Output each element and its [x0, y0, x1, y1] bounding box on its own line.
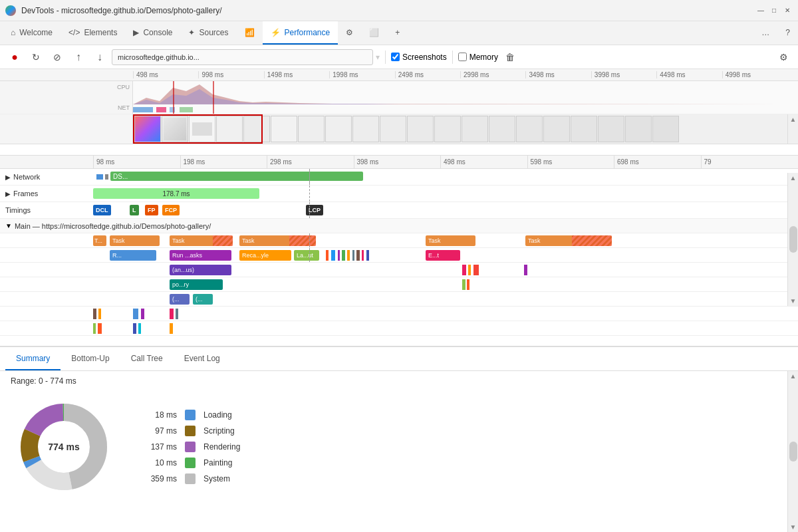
tab-call-tree[interactable]: Call Tree: [120, 347, 174, 370]
ruler-mark-5: 2998 ms: [460, 71, 525, 78]
tab-sources[interactable]: ✦ Sources: [180, 21, 236, 45]
tab-elements[interactable]: </> Elements: [61, 21, 125, 45]
bottom-scrollbar[interactable]: ▲ ▼: [787, 371, 798, 532]
thumb-3[interactable]: [216, 116, 243, 142]
frames-label: Frames: [13, 190, 38, 198]
toolbar-separator: [385, 51, 386, 64]
thumb-18[interactable]: [625, 116, 652, 142]
performance-icon: ⚡: [271, 28, 281, 37]
bottom-scroll-thumb[interactable]: [789, 442, 797, 462]
scroll-up-icon[interactable]: ▲: [790, 174, 797, 182]
svg-rect-3: [156, 107, 166, 112]
export-button[interactable]: ↓: [90, 48, 109, 66]
sub-event[interactable]: E...t: [426, 250, 460, 261]
tab-summary[interactable]: Summary: [5, 347, 61, 370]
main-thread-expand-icon[interactable]: ▼: [5, 222, 12, 229]
bottom-scroll-down-icon[interactable]: ▼: [790, 523, 797, 531]
row5-bar5: [176, 309, 178, 319]
sub-small-5: [352, 250, 354, 261]
frames-bar: 178.7 ms: [93, 188, 259, 199]
refresh-button[interactable]: ↻: [27, 48, 45, 66]
frames-track-content: 178.7 ms: [93, 186, 798, 201]
url-input[interactable]: [112, 49, 373, 65]
detail-mark-1: 198 ms: [180, 156, 267, 169]
clear-button[interactable]: ⊘: [48, 48, 66, 66]
tab-console[interactable]: ▶ Console: [125, 21, 180, 45]
net-bar-ds: DS...: [110, 172, 363, 181]
maximize-button[interactable]: □: [769, 5, 779, 16]
tab-display-icon[interactable]: ⬜: [361, 21, 387, 45]
tab-help[interactable]: ?: [777, 21, 798, 45]
donut-chart: 774 ms: [11, 394, 117, 500]
net-label: NET: [118, 104, 130, 111]
tab-add[interactable]: +: [387, 21, 408, 45]
task-2-long[interactable]: Task: [170, 235, 233, 246]
timeline-scrollbar[interactable]: ▲ ▼: [787, 173, 798, 306]
sub-recalc[interactable]: Reca...yle: [239, 250, 291, 261]
painting-value: 10 ms: [144, 458, 177, 467]
thumb-6[interactable]: [298, 116, 325, 142]
sub-layout[interactable]: La...ut: [294, 250, 319, 261]
sub-pory[interactable]: po...ry: [170, 279, 223, 290]
task-3-long[interactable]: Task: [239, 235, 316, 246]
task-t[interactable]: T...: [93, 235, 106, 246]
tab-elements-label: Elements: [84, 28, 117, 37]
thumb-19[interactable]: [652, 116, 679, 142]
sub-run[interactable]: Run ...asks: [170, 250, 231, 261]
thumb-16[interactable]: [571, 116, 597, 142]
screenshots-checkbox[interactable]: [391, 53, 400, 61]
thumb-14[interactable]: [516, 116, 543, 142]
close-button[interactable]: ✕: [782, 5, 793, 16]
scripting-value: 97 ms: [144, 426, 177, 436]
import-button[interactable]: ↑: [69, 48, 88, 66]
tab-performance[interactable]: ⚡ Performance: [263, 21, 338, 45]
thumb-11[interactable]: [434, 116, 461, 142]
thumb-17[interactable]: [598, 116, 624, 142]
rendering-label: Rendering: [203, 442, 240, 452]
thumb-2[interactable]: [189, 116, 215, 142]
sub-anon-us[interactable]: (an...us): [170, 265, 231, 275]
main-thread-row-1: R... Run ...asks Reca...yle La...ut E...…: [0, 248, 798, 263]
thumb-12[interactable]: [462, 116, 488, 142]
frames-expand-icon[interactable]: ▶: [5, 190, 11, 198]
network-expand-icon[interactable]: ▶: [5, 174, 11, 181]
scrollbar-right-overview[interactable]: ▲: [787, 114, 798, 144]
console-icon: ▶: [133, 28, 139, 37]
task-1[interactable]: Task: [110, 235, 160, 246]
main-thread-row-4: (... (...: [0, 292, 798, 307]
record-button[interactable]: ●: [5, 48, 24, 66]
thumb-9[interactable]: [380, 116, 406, 142]
row6-bar2: [133, 323, 136, 334]
thumb-8[interactable]: [352, 116, 379, 142]
tab-welcome[interactable]: ⌂ Welcome: [3, 21, 61, 45]
bottom-scroll-up-icon[interactable]: ▲: [790, 372, 797, 380]
tab-settings-icon[interactable]: ⚙: [338, 21, 361, 45]
memory-checkbox[interactable]: [458, 53, 467, 61]
thumb-4[interactable]: [243, 116, 270, 142]
scroll-down-icon[interactable]: ▼: [790, 297, 797, 305]
task-5[interactable]: Task: [426, 235, 475, 246]
net-bar-0: [96, 174, 103, 180]
rendering-value: 137 ms: [144, 442, 177, 452]
sub-r[interactable]: R...: [110, 250, 156, 261]
tab-network-icon[interactable]: 📶: [237, 21, 263, 45]
tab-event-log[interactable]: Event Log: [174, 347, 231, 370]
thumb-15[interactable]: [543, 116, 570, 142]
thumb-1[interactable]: [162, 116, 188, 142]
thumb-7[interactable]: [325, 116, 352, 142]
task-6-long[interactable]: Task: [525, 235, 612, 246]
thumb-13[interactable]: [489, 116, 515, 142]
sub-anon2[interactable]: (...: [193, 294, 213, 305]
row2-small-0: [462, 265, 466, 275]
thumb-0[interactable]: [134, 116, 161, 142]
minimize-button[interactable]: —: [755, 5, 766, 16]
thumb-10[interactable]: [407, 116, 434, 142]
trash-button[interactable]: 🗑: [501, 48, 519, 66]
memory-checkbox-group: Memory: [458, 53, 498, 62]
thumb-5[interactable]: [271, 116, 297, 142]
tab-bottom-up[interactable]: Bottom-Up: [61, 347, 120, 370]
settings-button[interactable]: ⚙: [774, 48, 793, 66]
sub-anon1[interactable]: (...: [170, 294, 190, 305]
tab-more[interactable]: …: [753, 21, 777, 45]
scroll-thumb[interactable]: [789, 226, 797, 253]
